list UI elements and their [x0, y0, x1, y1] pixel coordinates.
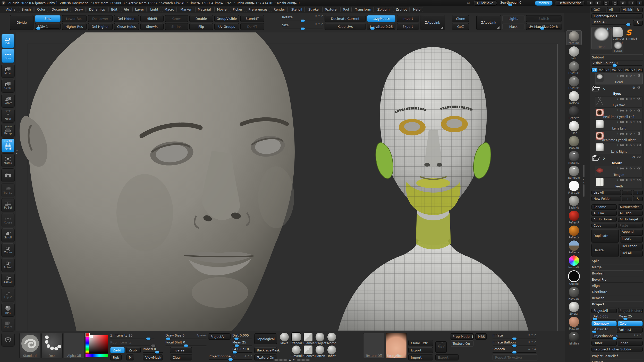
quick-brush-zremes[interactable]: ZRemes: [302, 333, 314, 345]
top-button-double[interactable]: Double: [189, 15, 213, 22]
top-button-lazystep-0.25[interactable]: LazyStep 0.25: [367, 23, 395, 30]
left-tool-flip-v[interactable]: Flip V: [1, 288, 15, 302]
del-all-button[interactable]: Del All: [620, 251, 643, 257]
menu-movie[interactable]: Movie: [214, 7, 229, 12]
goz-all-button[interactable]: All: [607, 7, 620, 12]
left-tool-frame[interactable]: Frame: [1, 153, 15, 167]
top-button-zapplink[interactable]: ZAppLink: [420, 15, 445, 30]
import-texture-button[interactable]: Import: [408, 354, 433, 360]
insert-button[interactable]: Insert: [620, 236, 643, 243]
top-button-lower-res[interactable]: Lower Res: [62, 15, 87, 22]
menus-button[interactable]: Menus: [535, 1, 553, 6]
rename-button[interactable]: Rename: [591, 204, 617, 210]
menu-picker[interactable]: Picker: [230, 7, 245, 12]
face-albedo-thumb[interactable]: Face_Albedo: [386, 333, 407, 358]
top-slider-rotate[interactable]: RotateX Y Z: [282, 15, 323, 22]
subtool-tongue[interactable]: Tongue⤵●●◐◑✎: [595, 166, 643, 177]
menu-draw[interactable]: Draw: [72, 7, 86, 12]
group-icon[interactable]: ↳: [633, 196, 643, 201]
append-button[interactable]: Append: [620, 229, 643, 236]
menu-layer[interactable]: Layer: [132, 7, 147, 12]
top-button-del-higher[interactable]: Del Higher: [88, 23, 113, 30]
texture-on-button2[interactable]: Texture On: [450, 340, 474, 347]
subtool-eye-wet[interactable]: Eye Wet⤵●●◐◑✎: [595, 96, 643, 108]
subtool-head[interactable]: Head⤵●●◐◑✎: [595, 73, 643, 84]
outer-button[interactable]: Outer: [591, 341, 617, 346]
repeat-to-active-button[interactable]: Repeat To Active: [493, 354, 538, 360]
top-button-switch[interactable]: Switch: [526, 15, 562, 22]
material-bumpvie[interactable]: BumpVie: [566, 165, 581, 180]
pa-blur-slider[interactable]: PA Blur 10: [591, 327, 616, 333]
mean-slider-bottom[interactable]: Mean 25: [232, 340, 252, 347]
see-through-slider[interactable]: See-through 0: [499, 1, 533, 5]
sv-cursor[interactable]: [90, 335, 93, 338]
focal-shift-slider[interactable]: Focal Shift 0: [165, 340, 207, 347]
material-hsvcolo[interactable]: HSVColo: [566, 286, 581, 301]
restore-config-icon[interactable]: [612, 1, 618, 5]
paste-button[interactable]: Paste: [618, 223, 643, 228]
quick-brush-standar[interactable]: Standar: [291, 333, 302, 345]
store-config-icon[interactable]: [603, 1, 609, 5]
projection-shell-slider[interactable]: ProjectionShell 0X Y Z: [591, 334, 643, 340]
top-button-storemt[interactable]: StoreMT: [240, 15, 264, 22]
scroll-left-piece[interactable]: [274, 359, 287, 361]
current-tool-thumb[interactable]: 10 Head: [591, 27, 612, 49]
copy-button[interactable]: Copy: [591, 223, 617, 228]
goz-visible-button[interactable]: Visible: [621, 7, 632, 12]
projectall-button[interactable]: ProjectAll: [208, 333, 231, 340]
subtool-lens-right[interactable]: Lens Right⤵●●◐◑✎: [595, 143, 643, 154]
left-tool-scale[interactable]: SScale: [1, 79, 15, 93]
split-section-header[interactable]: Split: [591, 258, 643, 264]
quick-brush-claybuil[interactable]: ClayBuil: [291, 346, 302, 358]
material-fastsha[interactable]: FastSha: [566, 91, 581, 105]
stroke-thumb[interactable]: Dots: [41, 333, 63, 358]
menu-stencil[interactable]: Stencil: [289, 7, 305, 12]
menu-zplugin[interactable]: Zplugin: [375, 7, 392, 12]
vtab-v3[interactable]: V3: [604, 68, 610, 72]
menu-render[interactable]: Render: [271, 7, 288, 12]
smooth-slider[interactable]: SmoothX Y Z: [493, 347, 536, 353]
scroll-left-icon[interactable]: ◂: [583, 181, 584, 183]
remesh-section-header[interactable]: Remesh: [591, 295, 643, 301]
left-tool-rotate[interactable]: RRotate: [1, 94, 15, 108]
boolean-section-header[interactable]: Boolean: [591, 270, 643, 277]
goz-r-button[interactable]: R: [633, 7, 643, 12]
backfacemask-toggle[interactable]: BackfaceMask: [254, 347, 277, 353]
subtool-teeth[interactable]: Teeth⤵●●◐◑✎: [595, 177, 643, 189]
vtab-v6[interactable]: V6: [624, 68, 630, 72]
zsub-toggle[interactable]: Zsub: [126, 347, 141, 353]
vtab-v7[interactable]: V7: [630, 68, 636, 72]
z-intensity-slider[interactable]: Z Intensity 25: [110, 333, 155, 340]
project-history-button[interactable]: Project History: [618, 308, 643, 313]
top-button-showpt[interactable]: ShowPt: [140, 23, 164, 30]
distribute-section-header[interactable]: Distribute: [591, 289, 643, 295]
material-zmetal[interactable]: ZMetal: [566, 301, 581, 316]
all-low-button[interactable]: All Low: [591, 211, 617, 216]
scroll-right-piece[interactable]: [297, 359, 310, 361]
prev-ui-icon[interactable]: [587, 1, 593, 5]
left-tool-floor[interactable]: X Y ZFloor: [1, 109, 15, 123]
top-button-uv-map-size-2048[interactable]: UV Map Size 2048: [526, 23, 562, 30]
top-button-grow[interactable]: Grow: [165, 15, 188, 22]
tool-r-button[interactable]: R: [633, 20, 643, 26]
draw-size-slider[interactable]: Draw Size 6Dynamic: [165, 333, 207, 340]
clone-txtr-button[interactable]: Clone Txtr: [408, 340, 433, 346]
mbs-button[interactable]: MBS: [475, 333, 487, 340]
scroll-thumb[interactable]: [583, 184, 584, 197]
dist-slider-bottom[interactable]: Dist 0.005: [232, 333, 252, 340]
quick-brush-move[interactable]: Move: [279, 333, 290, 345]
material-outline[interactable]: Outline: [566, 270, 581, 286]
quicksave-button[interactable]: QuickSave: [473, 1, 497, 6]
topological-toggle[interactable]: Topological: [254, 333, 277, 344]
top-button-hidept[interactable]: HidePt: [140, 15, 164, 22]
vtab-v8[interactable]: V8: [637, 68, 643, 72]
left-tool-persp[interactable]: DynamicPersp: [1, 124, 15, 137]
top-button-mask[interactable]: Mask: [502, 23, 524, 30]
restore-window-icon[interactable]: [628, 1, 634, 5]
align-section-header[interactable]: Align: [591, 283, 643, 289]
material-scrollbar[interactable]: ▸ ◂: [583, 165, 585, 201]
vtab-v4[interactable]: V4: [611, 68, 617, 72]
duplicate-button[interactable]: Duplicate: [591, 229, 619, 243]
flip-v-button[interactable]: Flip V: [435, 341, 447, 353]
top-button-lazymouse[interactable]: LazyMouse: [367, 15, 395, 22]
